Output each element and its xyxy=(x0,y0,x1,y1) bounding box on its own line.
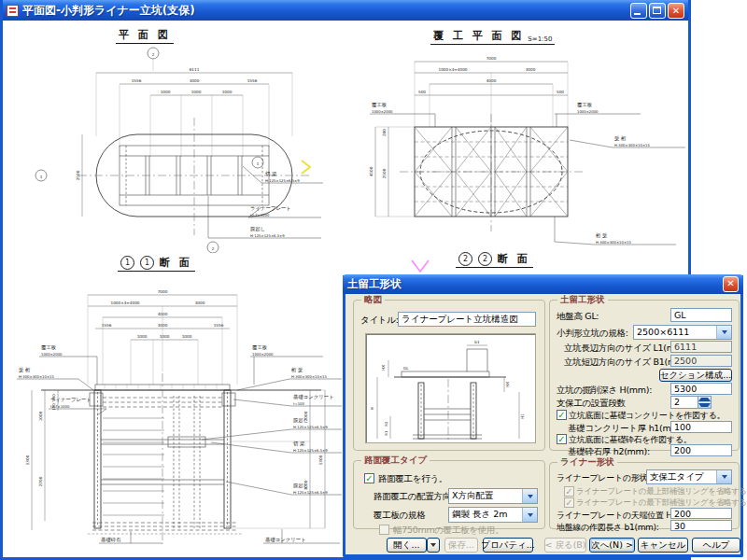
svg-text:h2: h2 xyxy=(384,421,388,426)
decking-direction-select[interactable]: X方向配置 xyxy=(448,488,538,504)
dialog-titlebar[interactable]: 土留工形状 ✕ xyxy=(343,274,743,294)
svg-text:H: H xyxy=(370,407,374,410)
svg-text:3000: 3000 xyxy=(190,78,200,83)
snap-marker-magenta-icon xyxy=(408,258,432,274)
svg-text:H-300×300×10×15: H-300×300×10×15 xyxy=(19,374,55,379)
save-button: 保存... xyxy=(444,538,478,553)
ground-level-input[interactable] xyxy=(670,308,732,322)
sketch-title-input[interactable] xyxy=(398,312,536,327)
support-steps-stepper[interactable]: 2 xyxy=(670,396,712,409)
svg-text:ライナープレート: ライナープレート xyxy=(250,205,291,211)
omit-top-ring-label: ライナープレートの最上部補強リングを省略する。 xyxy=(576,486,747,497)
liner-top-position-input[interactable] xyxy=(670,508,732,519)
svg-text:1000×2000: 1000×2000 xyxy=(41,352,63,357)
svg-text:切 梁: 切 梁 xyxy=(265,171,277,177)
svg-text:2500: 2500 xyxy=(382,168,387,178)
lining-plan-drawing: 7000 1000×4=4000 3000 4000 500 500 4500 xyxy=(347,24,685,256)
svg-text:覆工板: 覆工板 xyxy=(577,102,593,108)
cancel-button[interactable]: キャンセル xyxy=(638,538,688,553)
ground-line-length-label: 地盤線の作図長さ b1(mm): xyxy=(557,522,659,534)
svg-text:腹起し: 腹起し xyxy=(250,226,265,232)
svg-text:5300: 5300 xyxy=(25,455,30,465)
svg-text:b1: b1 xyxy=(474,340,480,344)
svg-text:1000×2000: 1000×2000 xyxy=(252,352,274,357)
svg-text:200: 200 xyxy=(382,129,387,136)
base-concrete-checkbox[interactable]: ✓ xyxy=(557,410,567,420)
svg-text:H-125×125×6.5×9: H-125×125×6.5×9 xyxy=(293,448,328,453)
sketch-preview-drawing: b1 GL HX HX H h2 h1 xyxy=(366,334,535,442)
svg-text:H-125×125×6.5×9: H-125×125×6.5×9 xyxy=(265,178,300,183)
svg-text:1000: 1000 xyxy=(137,334,148,339)
svg-text:H-300×300×10×15: H-300×300×10×15 xyxy=(596,240,632,245)
svg-text:桁 受: 桁 受 xyxy=(596,232,608,239)
excavation-depth-input[interactable] xyxy=(670,383,732,395)
window-title: 平面図-小判形ライナー立坑(支保) xyxy=(22,3,630,19)
svg-text:4500: 4500 xyxy=(369,166,374,176)
svg-text:7000: 7000 xyxy=(158,289,168,294)
svg-text:腹起し: 腹起し xyxy=(293,483,308,489)
svg-text:受 桁: 受 桁 xyxy=(19,367,31,373)
road-decking-checkbox-label: 路面覆工を行う。 xyxy=(378,473,447,485)
dialog-title: 土留工形状 xyxy=(347,277,723,291)
b1-size-field xyxy=(670,355,732,367)
gravel-thickness-input[interactable] xyxy=(670,444,732,456)
liner-type-select[interactable]: 支保工タイプ xyxy=(646,469,732,484)
svg-text:5300: 5300 xyxy=(318,455,323,465)
properties-button[interactable]: プロパティ... xyxy=(483,538,533,553)
svg-text:7000: 7000 xyxy=(486,56,497,61)
chevron-down-icon[interactable] xyxy=(716,326,731,339)
open-button[interactable]: 開く... xyxy=(387,538,427,553)
open-dropdown-icon[interactable] xyxy=(427,538,440,553)
dialog-close-icon[interactable]: ✕ xyxy=(723,276,739,292)
plan-view-drawing: 2 6111 1556 3000 1556 1000 1000 1000 xyxy=(26,24,325,253)
shaft-standard-select[interactable]: 2500×6111 xyxy=(633,325,732,340)
svg-text:腹起し: 腹起し xyxy=(293,417,308,424)
minimize-button-icon[interactable] xyxy=(630,3,647,19)
svg-text:H-125×125×6.5×9: H-125×125×6.5×9 xyxy=(250,233,285,238)
svg-text:1000×4=4000: 1000×4=4000 xyxy=(439,67,468,72)
svg-text:500: 500 xyxy=(418,90,426,94)
svg-text:1000: 1000 xyxy=(38,411,43,421)
svg-text:3000: 3000 xyxy=(526,67,536,72)
svg-text:t2.7×1000: t2.7×1000 xyxy=(50,404,70,409)
svg-text:桁 受: 桁 受 xyxy=(291,367,303,373)
svg-text:1000: 1000 xyxy=(191,90,202,94)
chevron-down-icon[interactable] xyxy=(522,489,537,503)
svg-text:H1: H1 xyxy=(520,413,525,419)
svg-text:H-300×300×10×15: H-300×300×10×15 xyxy=(614,143,651,147)
svg-text:1000: 1000 xyxy=(160,334,170,339)
help-button[interactable]: ヘルプ xyxy=(692,538,740,553)
svg-text:基礎コンクリート: 基礎コンクリート xyxy=(293,394,334,400)
concrete-thickness-input[interactable] xyxy=(670,421,732,433)
close-button-icon[interactable]: ✕ xyxy=(668,3,684,19)
section-config-button[interactable]: セクション構成... xyxy=(659,369,732,382)
svg-text:1556: 1556 xyxy=(132,78,142,83)
snap-marker-yellow-icon xyxy=(298,159,315,175)
width750-checkbox xyxy=(379,525,389,535)
svg-text:ライナープレート: ライナープレート xyxy=(50,397,92,402)
svg-text:H-125×125×6.5×9: H-125×125×6.5×9 xyxy=(293,425,328,429)
svg-text:t2.7×1000: t2.7×1000 xyxy=(250,213,270,217)
svg-text:1000: 1000 xyxy=(222,90,233,94)
svg-text:1000×2000: 1000×2000 xyxy=(577,109,599,114)
section1-drawing: 7000 1000×4=4000 3000 4000 1556 3000 155… xyxy=(13,250,342,554)
spin-down-icon[interactable] xyxy=(698,402,711,408)
chevron-down-icon[interactable] xyxy=(522,508,537,522)
l1-size-field xyxy=(670,341,732,353)
excavation-depth-label: 立坑の掘削深さ H(mm): xyxy=(557,385,652,397)
svg-text:受 桁: 受 桁 xyxy=(614,135,627,142)
svg-text:H-125×125×6.5×9: H-125×125×6.5×9 xyxy=(293,490,328,495)
ground-line-length-input[interactable] xyxy=(670,520,732,531)
window-titlebar[interactable]: 平面図-小判形ライナー立坑(支保) ✕ xyxy=(3,0,688,21)
base-gravel-checkbox[interactable]: ✓ xyxy=(557,434,567,444)
svg-text:2: 2 xyxy=(152,52,155,57)
svg-text:1000×4=4000: 1000×4=4000 xyxy=(111,301,140,305)
maximize-button-icon[interactable] xyxy=(649,3,666,19)
chevron-down-icon[interactable] xyxy=(716,470,731,483)
next-button[interactable]: 次へ(N) > xyxy=(589,538,635,553)
decking-plate-standard-select[interactable]: 鋼製 長さ 2m xyxy=(448,507,538,523)
road-decking-checkbox[interactable]: ✓ xyxy=(364,473,374,483)
svg-text:2700: 2700 xyxy=(38,476,43,486)
svg-text:6111: 6111 xyxy=(190,67,200,72)
omit-bottom-ring-checkbox: ✓ xyxy=(564,497,574,508)
